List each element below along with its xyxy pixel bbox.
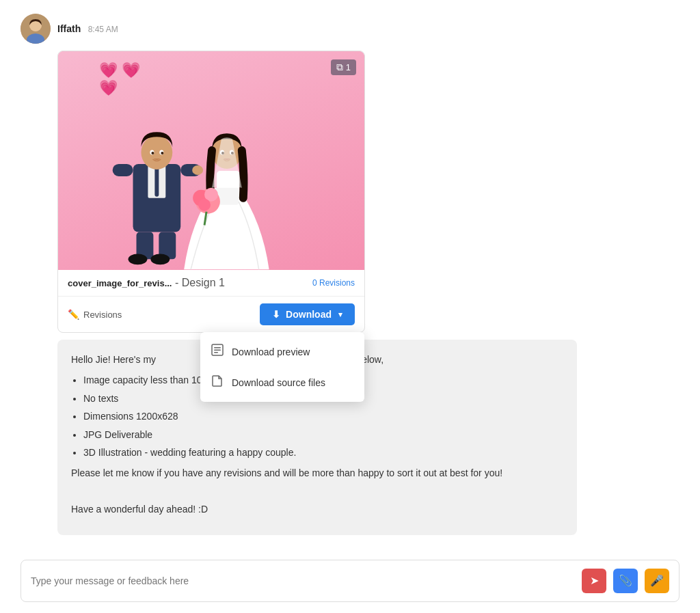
file-info-row: cover_image_for_revis... - Design 1 0 Re…: [58, 270, 364, 297]
svg-rect-32: [214, 347, 221, 349]
design-name: Design 1: [182, 277, 225, 288]
avatar: [21, 14, 51, 44]
message-input[interactable]: [31, 575, 575, 586]
dropdown-item-source[interactable]: Download source files: [200, 367, 364, 398]
svg-rect-34: [214, 352, 218, 353]
svg-rect-12: [113, 164, 133, 176]
revisions-button-label: Revisions: [83, 310, 122, 320]
message-outro2: Have a wonderful day ahead! :D: [71, 502, 563, 517]
username: Iffath: [57, 23, 81, 34]
svg-point-11: [161, 152, 163, 154]
message-outro1: Please let me know if you have any revis…: [71, 465, 563, 480]
revisions-count: 0 Revisions: [312, 278, 355, 288]
user-row: Iffath 8:45 AM: [21, 14, 679, 44]
actions-row: ✏️ Revisions ⬇ Download ▾: [58, 297, 364, 332]
svg-point-14: [192, 165, 203, 175]
message-input-area: ➤ 📎 🎤: [21, 560, 679, 602]
file-name-area: cover_image_for_revis... - Design 1: [68, 277, 225, 289]
svg-point-29: [198, 199, 211, 211]
preview-icon: [211, 344, 224, 359]
download-dropdown-menu: Download preview Download source files: [200, 332, 364, 402]
dropdown-preview-label: Download preview: [232, 346, 310, 357]
svg-point-7: [141, 135, 172, 169]
svg-rect-33: [214, 350, 221, 351]
download-button[interactable]: ⬇ Download ▾: [260, 303, 355, 325]
stack-count: 1: [346, 62, 351, 72]
user-info: Iffath 8:45 AM: [57, 23, 118, 35]
dropdown-source-label: Download source files: [232, 377, 325, 388]
hearts-decoration: 💗 💗💗: [99, 62, 140, 97]
message-area: Iffath 8:45 AM 💗 💗💗: [21, 14, 679, 549]
svg-point-18: [150, 254, 170, 264]
pencil-icon: ✏️: [68, 309, 79, 320]
source-files-icon: [211, 374, 224, 390]
attach-button[interactable]: 📎: [613, 569, 638, 593]
svg-point-10: [151, 152, 154, 154]
stack-icon: ⧉: [336, 62, 343, 73]
dropdown-caret-icon: ▾: [338, 310, 342, 319]
download-arrow-icon: ⬇: [272, 309, 280, 320]
svg-rect-6: [154, 166, 159, 197]
revisions-button[interactable]: ✏️ Revisions: [68, 309, 122, 320]
send-icon: ➤: [590, 574, 599, 587]
message-timestamp: 8:45 AM: [88, 25, 118, 34]
image-card: 💗 💗💗: [57, 51, 365, 333]
message-content: 💗 💗💗: [57, 51, 679, 535]
send-button[interactable]: ➤: [582, 569, 606, 593]
bullet-3: Dimensions 1200x628: [83, 409, 563, 424]
bullet-5: 3D Illustration - wedding featuring a ha…: [83, 445, 563, 460]
bullet-4: JPG Deliverable: [83, 427, 563, 442]
stack-badge: ⧉ 1: [331, 59, 356, 75]
download-button-label: Download: [286, 309, 332, 320]
image-wrapper: 💗 💗💗: [58, 51, 364, 270]
attach-icon: 📎: [619, 574, 632, 587]
design-label: -: [175, 277, 182, 288]
svg-point-17: [129, 254, 148, 264]
wedding-illustration: 💗 💗💗: [58, 51, 364, 270]
file-name: cover_image_for_revis...: [68, 278, 172, 288]
mic-button[interactable]: 🎤: [645, 569, 669, 593]
mic-icon: 🎤: [650, 574, 664, 587]
dropdown-item-preview[interactable]: Download preview: [200, 336, 364, 367]
